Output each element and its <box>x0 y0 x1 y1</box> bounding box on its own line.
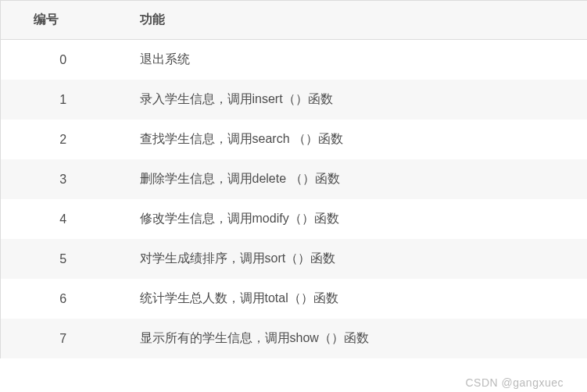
table-row: 5 对学生成绩排序，调用sort（）函数 <box>1 239 588 279</box>
row-desc: 退出系统 <box>126 40 588 80</box>
row-id: 5 <box>1 239 126 279</box>
table-header-row: 编号 功能 <box>1 1 588 40</box>
row-desc: 录入学生信息，调用insert（）函数 <box>126 80 588 119</box>
table-row: 3 删除学生信息，调用delete （）函数 <box>1 159 588 199</box>
header-id: 编号 <box>1 1 126 40</box>
row-desc: 修改学生信息，调用modify（）函数 <box>126 199 588 239</box>
header-function: 功能 <box>126 1 588 40</box>
row-desc: 对学生成绩排序，调用sort（）函数 <box>126 239 588 279</box>
table-row: 0 退出系统 <box>1 40 588 80</box>
row-id: 2 <box>1 119 126 159</box>
row-id: 6 <box>1 279 126 319</box>
row-desc: 统计学生总人数，调用total（）函数 <box>126 279 588 319</box>
row-desc: 显示所有的学生信息，调用show（）函数 <box>126 319 588 358</box>
table-row: 7 显示所有的学生信息，调用show（）函数 <box>1 319 588 358</box>
row-desc: 删除学生信息，调用delete （）函数 <box>126 159 588 199</box>
row-id: 3 <box>1 159 126 199</box>
watermark: CSDN @gangxuec <box>466 376 564 389</box>
row-id: 1 <box>1 80 126 119</box>
table-row: 4 修改学生信息，调用modify（）函数 <box>1 199 588 239</box>
row-desc: 查找学生信息，调用search （）函数 <box>126 119 588 159</box>
row-id: 7 <box>1 319 126 358</box>
table-row: 2 查找学生信息，调用search （）函数 <box>1 119 588 159</box>
row-id: 0 <box>1 40 126 80</box>
table-row: 6 统计学生总人数，调用total（）函数 <box>1 279 588 319</box>
function-table: 编号 功能 0 退出系统 1 录入学生信息，调用insert（）函数 2 查找学… <box>0 0 587 358</box>
row-id: 4 <box>1 199 126 239</box>
table-row: 1 录入学生信息，调用insert（）函数 <box>1 80 588 119</box>
